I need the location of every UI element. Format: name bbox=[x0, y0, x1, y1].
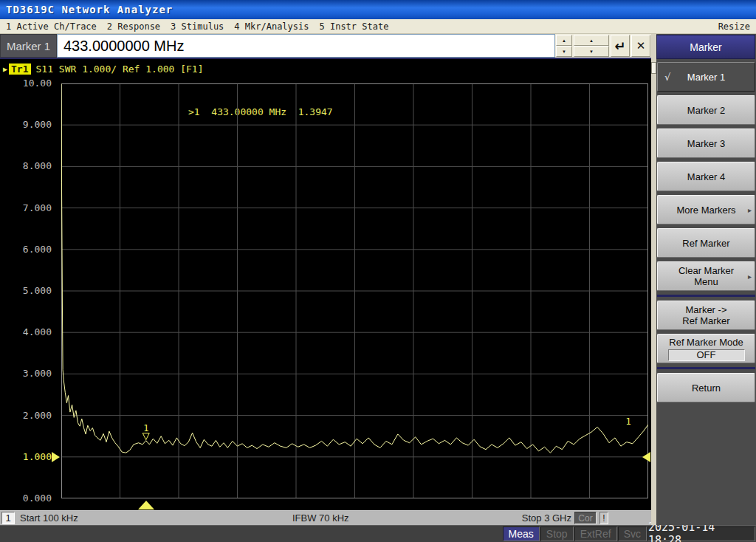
y-axis-tick-label: 2.000 bbox=[1, 410, 52, 421]
softkey-value-box: OFF bbox=[668, 349, 745, 361]
stop-frequency-label: Stop 3 GHz bbox=[522, 512, 571, 524]
softkey-separator bbox=[657, 367, 755, 369]
channel-status-bar: 1 Start 100 kHz IFBW 70 kHz Stop 3 GHz C… bbox=[0, 510, 653, 525]
alert-badge: ! bbox=[599, 512, 608, 524]
fine-step-up-button[interactable]: ▲ bbox=[556, 35, 572, 46]
chart-region: ▶ Tr1 S11 SWR 1.000/ Ref 1.000 [F1] >1 4… bbox=[0, 59, 651, 510]
softkey-label: Clear Marker bbox=[678, 265, 734, 276]
ifbw-label: IFBW 70 kHz bbox=[292, 512, 349, 524]
close-entry-button[interactable]: ✕ bbox=[631, 35, 650, 57]
resize-control[interactable]: Resize bbox=[718, 21, 750, 32]
submenu-arrow-icon: ▸ bbox=[748, 272, 752, 281]
trace-format-label: S11 SWR 1.000/ Ref 1.000 [F1] bbox=[36, 64, 204, 75]
y-axis-tick-label: 9.000 bbox=[1, 119, 52, 130]
submenu-arrow-icon: ▸ bbox=[748, 206, 752, 214]
softkey-sidebar: Marker √Marker 1Marker 2Marker 3Marker 4… bbox=[651, 34, 756, 525]
softkey-return[interactable]: Return bbox=[657, 373, 755, 402]
menu-item-5-instr-state[interactable]: 5 Instr State bbox=[319, 21, 388, 32]
softkey-label: Marker -> bbox=[686, 304, 727, 315]
trace-end-label: 1 bbox=[625, 416, 630, 427]
softkey-label: Return bbox=[692, 383, 721, 394]
close-icon: ✕ bbox=[636, 39, 646, 52]
softkey-ref-marker-mode[interactable]: Ref Marker ModeOFF bbox=[657, 334, 755, 363]
check-icon: √ bbox=[664, 72, 670, 83]
coarse-step-up-button[interactable]: ▲ bbox=[574, 35, 609, 46]
marker-field-label: Marker 1 bbox=[0, 34, 57, 58]
coarse-step-down-button[interactable]: ▼ bbox=[574, 46, 609, 57]
status-cell-stop: Stop bbox=[540, 526, 574, 541]
menu-bar: 1 Active Ch/Trace2 Response3 Stimulus4 M… bbox=[0, 19, 756, 34]
softkey-clear-marker-menu[interactable]: Clear MarkerMenu▸ bbox=[657, 261, 755, 291]
y-axis-tick-label: 0.000 bbox=[1, 493, 52, 504]
enter-icon: ↵ bbox=[614, 38, 625, 54]
y-axis-tick-label: 8.000 bbox=[1, 160, 52, 171]
softkey-more-markers[interactable]: More Markers▸ bbox=[657, 195, 755, 224]
window-title: TD3619C Network Analyzer bbox=[6, 4, 173, 16]
sidebar-edge-strip bbox=[651, 34, 656, 525]
datetime-label: 2025-01-14 18:28 bbox=[647, 526, 755, 541]
y-axis-tick-label: 10.00 bbox=[1, 78, 52, 89]
softkey-menu-title: Marker bbox=[656, 35, 755, 59]
marker-stimulus-indicator-icon[interactable] bbox=[138, 501, 154, 510]
plot-grid bbox=[61, 83, 648, 498]
softkey-label: Ref Marker bbox=[682, 238, 729, 249]
softkey-marker-1[interactable]: √Marker 1 bbox=[657, 62, 755, 92]
softkey-marker-ref-marker[interactable]: Marker ->Ref Marker bbox=[657, 301, 755, 330]
start-frequency-label: Start 100 kHz bbox=[20, 512, 78, 524]
menu-items: 1 Active Ch/Trace2 Response3 Stimulus4 M… bbox=[6, 21, 388, 32]
correction-status-badge: Cor bbox=[574, 512, 597, 524]
y-axis-tick-label: 4.000 bbox=[1, 326, 52, 337]
menu-item-1-active-ch-trace[interactable]: 1 Active Ch/Trace bbox=[6, 21, 97, 32]
ref-level-indicator-right-icon bbox=[642, 452, 650, 462]
instrument-status-cells: MeasStopExtRefSvc bbox=[503, 526, 647, 541]
softkey-label: Marker 4 bbox=[687, 171, 725, 182]
menu-item-2-response[interactable]: 2 Response bbox=[107, 21, 160, 32]
softkey-buttons: √Marker 1Marker 2Marker 3Marker 4More Ma… bbox=[657, 62, 755, 406]
softkey-marker-2[interactable]: Marker 2 bbox=[657, 95, 755, 125]
channel-number-badge: 1 bbox=[1, 512, 15, 524]
title-bar: TD3619C Network Analyzer bbox=[0, 0, 756, 19]
svg-text:1: 1 bbox=[143, 423, 148, 433]
marker-frequency-input[interactable]: 433.0000000 MHz bbox=[57, 34, 555, 58]
status-cell-extref: ExtRef bbox=[574, 526, 617, 541]
fine-step-down-button[interactable]: ▼ bbox=[556, 46, 572, 57]
menu-item-3-stimulus[interactable]: 3 Stimulus bbox=[171, 21, 224, 32]
y-axis-tick-label: 6.000 bbox=[1, 244, 52, 255]
softkey-marker-4[interactable]: Marker 4 bbox=[657, 162, 755, 191]
ref-level-indicator-left-icon bbox=[52, 452, 60, 462]
status-cell-svc: Svc bbox=[618, 526, 647, 541]
status-cell-meas: Meas bbox=[503, 526, 540, 541]
softkey-marker-3[interactable]: Marker 3 bbox=[657, 128, 755, 158]
y-axis-tick-label: 3.000 bbox=[1, 368, 52, 379]
trace-id-badge[interactable]: Tr1 bbox=[9, 64, 30, 75]
enter-button[interactable]: ↵ bbox=[611, 35, 630, 57]
trace-header: ▶ Tr1 S11 SWR 1.000/ Ref 1.000 [F1] bbox=[3, 63, 204, 75]
app-window: TD3619C Network Analyzer 1 Active Ch/Tra… bbox=[0, 0, 756, 542]
active-trace-pointer-icon: ▶ bbox=[3, 65, 7, 73]
softkey-label: Menu bbox=[694, 276, 718, 287]
coarse-stepper: ▲ ▼ bbox=[574, 35, 609, 57]
softkey-label: Marker 2 bbox=[687, 105, 725, 116]
instrument-status-bar: MeasStopExtRefSvc 2025-01-14 18:28 bbox=[0, 525, 756, 542]
softkey-label: More Markers bbox=[676, 205, 735, 216]
softkey-ref-marker[interactable]: Ref Marker bbox=[657, 228, 755, 258]
marker-1-symbol[interactable]: 1 bbox=[142, 423, 149, 440]
softkey-label: Marker 3 bbox=[687, 138, 725, 149]
menu-item-4-mkr-analysis[interactable]: 4 Mkr/Analysis bbox=[234, 21, 309, 32]
y-axis-tick-label: 1.000 bbox=[1, 451, 52, 462]
fine-stepper: ▲ ▼ bbox=[556, 35, 572, 57]
softkey-separator bbox=[657, 295, 755, 297]
y-axis-tick-label: 5.000 bbox=[1, 285, 52, 296]
softkey-label: Ref Marker Mode bbox=[669, 337, 743, 348]
sidebar-scroll-handle[interactable] bbox=[651, 62, 656, 74]
marker-entry-bar: Marker 1 433.0000000 MHz ▲ ▼ ▲ ▼ ↵ ✕ bbox=[0, 34, 651, 59]
softkey-label: Ref Marker bbox=[682, 315, 729, 326]
y-axis-tick-label: 7.000 bbox=[1, 202, 52, 213]
swr-trace-plot: 11 bbox=[61, 83, 648, 498]
softkey-label: Marker 1 bbox=[687, 72, 725, 83]
